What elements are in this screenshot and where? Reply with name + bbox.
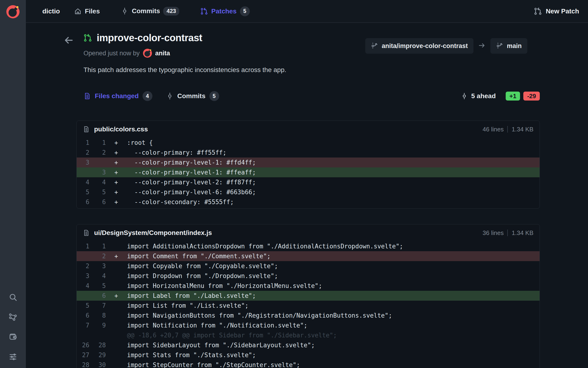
arrow-left-icon [63, 35, 74, 46]
old-line-number: 26 [77, 340, 93, 350]
diff-line: 7 9 import Notification from "./Notifica… [77, 321, 540, 330]
diff-line: 2 + import Comment from "./Comment.svelt… [77, 251, 540, 261]
diff-line: 1 1 + :root { [77, 138, 540, 148]
old-line-number: 2 [77, 148, 93, 157]
diff-sign: + [110, 187, 123, 197]
file-header[interactable]: public/colors.css 46 lines 1.34 KB [77, 121, 540, 138]
diff-code: import Comment from "./Comment.svelte"; [123, 251, 540, 261]
file-name: ui/DesignSystem/Component/index.js [94, 229, 483, 237]
search-icon[interactable] [9, 293, 18, 302]
diff-code: --color-primary: #ff55ff; [123, 148, 540, 157]
commit-icon [166, 92, 174, 100]
old-line-number: 6 [77, 197, 93, 207]
diff-line: 3 + --color-primary-level-1: #ffd4ff; [77, 157, 540, 167]
new-line-number: 5 [93, 281, 110, 291]
diff-sign: + [110, 157, 123, 167]
repo-name[interactable]: dictio [42, 8, 60, 15]
new-line-number: 1 [93, 241, 110, 251]
old-line-number: 27 [77, 350, 93, 360]
diff-sign [110, 241, 123, 251]
patches-count-badge: 5 [240, 6, 250, 16]
patch-description: This patch addresses the typographic inc… [83, 66, 286, 74]
old-line-number [77, 291, 93, 301]
nav-files[interactable]: Files [74, 8, 100, 15]
home-icon [74, 8, 82, 15]
diff-line: 6 8 import NavigationButtons from "./Reg… [77, 311, 540, 321]
old-line-number: 3 [77, 271, 93, 281]
files-changed-count-badge: 4 [142, 91, 152, 101]
diff-sign [110, 281, 123, 291]
wallet-icon[interactable] [9, 332, 18, 341]
diff-line: 6 6 + --color-secondary: #5555ff; [77, 197, 540, 207]
tab-commits[interactable]: Commits 5 [166, 91, 219, 101]
patch-icon [200, 8, 208, 15]
nav-commits[interactable]: Commits 423 [121, 7, 179, 16]
network-icon[interactable] [9, 313, 18, 321]
author-name[interactable]: anita [155, 50, 170, 57]
app-logo[interactable] [6, 5, 19, 18]
new-line-number [93, 330, 110, 340]
app-window: dictio Files Commits 423 Patches 5 New P… [0, 0, 588, 368]
diff-sign [110, 330, 123, 340]
diff-code: import List from "./List.svelte"; [123, 301, 540, 311]
diff-code: --color-primary-level-2: #ff87ff; [123, 177, 540, 187]
old-line-number: 28 [77, 360, 93, 368]
back-button[interactable] [63, 35, 74, 46]
file-header[interactable]: ui/DesignSystem/Component/index.js 36 li… [77, 224, 540, 241]
diff-code: import Stats from "./Stats.svelte"; [123, 350, 540, 360]
diff-code: import Label from "./Label.svelte"; [123, 291, 540, 301]
diff-sign [110, 271, 123, 281]
tab-files-changed[interactable]: Files changed 4 [83, 91, 152, 101]
file-icon [83, 126, 90, 133]
diff-line: 28 30 import StepCounter from "./StepCou… [77, 360, 540, 368]
old-line-number [77, 251, 93, 261]
new-patch-button[interactable]: New Patch [534, 7, 579, 15]
branch-icon [371, 42, 378, 50]
old-line-number: 1 [77, 138, 93, 148]
diff-line: @@ -18,6 +20,7 @@ import Sidebar from ".… [77, 330, 540, 340]
diff-code: import Notification from "./Notification… [123, 321, 540, 330]
old-line-number [77, 167, 93, 177]
diff-sign: + [110, 197, 123, 207]
ahead-indicator: 5 ahead [461, 92, 496, 100]
settings-sliders-icon[interactable] [9, 352, 18, 361]
file-stats: 46 lines 1.34 KB [483, 126, 534, 133]
nav-patches[interactable]: Patches 5 [200, 6, 250, 16]
diff-line: 1 1 import AdditionalActionsDropdown fro… [77, 241, 540, 251]
diff-sign: + [110, 177, 123, 187]
diff-line: 5 7 import List from "./List.svelte"; [77, 301, 540, 311]
diff-line: 2 3 import Copyable from "./Copyable.sve… [77, 261, 540, 271]
file-line-count: 36 lines [483, 229, 504, 237]
diff-line: 3 + --color-primary-level-1: #ffeaff; [77, 167, 540, 177]
diff-code: --color-primary-level-1: #ffeaff; [123, 167, 540, 177]
top-navigation-bar: dictio Files Commits 423 Patches 5 New P… [26, 0, 588, 23]
divider [507, 126, 508, 133]
file-size: 1.34 KB [512, 229, 534, 237]
file-size: 1.34 KB [512, 126, 534, 133]
file-diff-card: ui/DesignSystem/Component/index.js 36 li… [76, 224, 540, 368]
diff-sign: + [110, 167, 123, 177]
file-icon [83, 229, 90, 236]
deletions-badge: -29 [523, 92, 540, 101]
diff-sign: + [110, 251, 123, 261]
divider [507, 230, 508, 236]
diff-line: 2 2 + --color-primary: #ff55ff; [77, 148, 540, 157]
new-line-number: 5 [93, 187, 110, 197]
commits-count-badge: 423 [163, 7, 179, 16]
file-line-count: 46 lines [483, 126, 504, 133]
diff-sign [110, 311, 123, 321]
diff-sign: + [110, 138, 123, 148]
file-icon [83, 92, 91, 100]
diff-line: 26 28 import SidebarLayout from "./Sideb… [77, 340, 540, 350]
commit-icon [121, 7, 128, 15]
old-line-number [77, 330, 93, 340]
diff-line: 27 29 import Stats from "./Stats.svelte"… [77, 350, 540, 360]
diff-code: @@ -18,6 +20,7 @@ import Sidebar from ".… [123, 330, 540, 340]
diff-code: --color-secondary: #5555ff; [123, 197, 540, 207]
new-line-number: 3 [93, 167, 110, 177]
new-line-number: 29 [93, 350, 110, 360]
file-name: public/colors.css [94, 126, 483, 133]
patch-icon [534, 7, 542, 15]
diff-line: 3 4 import Dropdown from "./Dropdown.sve… [77, 271, 540, 281]
new-line-number: 1 [93, 138, 110, 148]
